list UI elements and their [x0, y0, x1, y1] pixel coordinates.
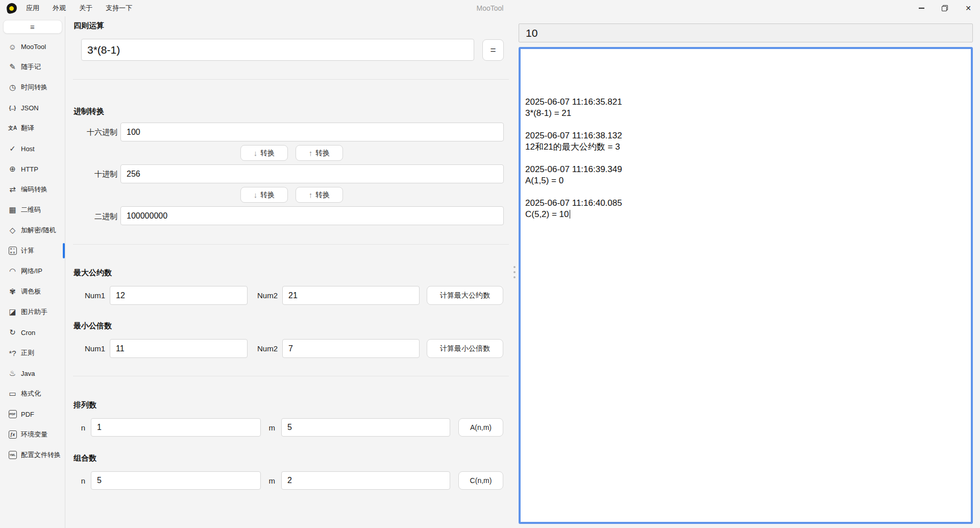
section-divider	[73, 79, 509, 80]
sidebar-item-notes[interactable]: ✎ 随手记	[0, 57, 65, 77]
sidebar-item-label: Java	[21, 370, 35, 377]
lcm-title: 最小公倍数	[74, 321, 112, 331]
lcm-num2-input[interactable]	[282, 339, 420, 358]
sidebar-item-qrcode[interactable]: ▦ 二维码	[0, 200, 65, 220]
sidebar-collapse-button[interactable]: ≡	[3, 20, 62, 34]
sidebar-item-label: 正则	[21, 348, 34, 357]
close-button[interactable]: ✕	[957, 0, 980, 16]
sidebar-item-translate[interactable]: 文A 翻译	[0, 118, 65, 138]
menu-appearance[interactable]: 外观	[52, 2, 67, 14]
sidebar-item-formatter[interactable]: ▭ 格式化	[0, 383, 65, 404]
translate-icon: 文A	[8, 125, 17, 132]
bin-input[interactable]	[120, 206, 504, 225]
pdf-file-icon: PDF	[8, 410, 17, 418]
yml-icon-glyph: YML	[9, 451, 17, 459]
convert-up-button-2[interactable]: ↑转换	[296, 187, 343, 203]
sidebar-item-mootool[interactable]: ☺ MooTool	[0, 36, 65, 57]
compute-combination-button[interactable]: C(n,m)	[458, 471, 503, 490]
sidebar: ≡ ☺ MooTool ✎ 随手记 ◷ 时间转换 {..} JSON 文A 翻译…	[0, 16, 65, 528]
fx-icon-glyph: ƒx	[9, 430, 17, 439]
sidebar-item-java[interactable]: ♨ Java	[0, 363, 65, 383]
perm-n-input[interactable]	[91, 418, 261, 437]
menu-app[interactable]: 应用	[25, 2, 40, 14]
menu-about[interactable]: 关于	[78, 2, 93, 14]
coffee-steam-icon: ♨	[8, 369, 17, 378]
log-timestamp: 2025-06-07 11:16:35.821	[525, 97, 966, 108]
lcm-num1-input[interactable]	[110, 339, 248, 358]
sidebar-item-label: 配置文件转换	[21, 450, 61, 460]
lcm-num1-label: Num1	[73, 344, 105, 353]
sidebar-item-label: 随手记	[21, 62, 41, 71]
restore-button[interactable]	[933, 0, 957, 16]
dec-input[interactable]	[120, 164, 504, 183]
sidebar-item-http[interactable]: ⊕ HTTP	[0, 159, 65, 179]
equals-button[interactable]: =	[482, 39, 504, 61]
cube-icon: ◇	[8, 226, 17, 235]
sidebar-item-label: 环境变量	[21, 430, 47, 439]
comb-m-label: m	[262, 476, 275, 485]
sidebar-item-palette[interactable]: ✾ 调色板	[0, 281, 65, 302]
yml-file-icon: YML	[8, 451, 17, 459]
menu-support[interactable]: 支持一下	[105, 2, 133, 14]
sidebar-item-config-convert[interactable]: YML 配置文件转换	[0, 445, 65, 465]
compute-gcd-button[interactable]: 计算最大公约数	[427, 286, 503, 305]
sidebar-item-image-helper[interactable]: ◪ 图片助手	[0, 302, 65, 322]
log-result: 3*(8-1) = 21	[525, 108, 966, 119]
perm-m-input[interactable]	[281, 418, 450, 437]
sidebar-item-network-ip[interactable]: ◠ 网络/IP	[0, 261, 65, 281]
calculation-log-area[interactable]: 2025-06-07 11:16:35.821 3*(8-1) = 21 202…	[519, 47, 973, 524]
pencil-icon: ✎	[8, 62, 17, 71]
hex-input[interactable]	[120, 123, 504, 141]
qrcode-icon: ▦	[8, 205, 17, 214]
panel-splitter-handle[interactable]	[511, 16, 518, 528]
convert-up-button-1[interactable]: ↑转换	[296, 145, 343, 161]
sidebar-item-time-convert[interactable]: ◷ 时间转换	[0, 77, 65, 98]
check-icon: ✓	[8, 144, 17, 153]
text-caret	[570, 210, 571, 219]
gcd-num2-input[interactable]	[282, 286, 420, 305]
compute-permutation-button[interactable]: A(n,m)	[458, 418, 503, 437]
sidebar-item-pdf[interactable]: PDF PDF	[0, 404, 65, 424]
sidebar-item-label: 编码转换	[21, 185, 47, 194]
convert-label: 转换	[260, 149, 275, 158]
convert-down-button-1[interactable]: ↓转换	[240, 145, 288, 161]
palette-icon: ✾	[8, 287, 17, 296]
sidebar-item-label: PDF	[21, 411, 34, 418]
gcd-title: 最大公约数	[74, 268, 112, 278]
regex-icon: *?	[8, 349, 17, 357]
sidebar-item-encode-convert[interactable]: ⇄ 编码转换	[0, 179, 65, 200]
base-conversion-title: 进制转换	[74, 107, 104, 116]
log-result-text: C(5,2) = 10	[525, 209, 569, 219]
convert-down-button-2[interactable]: ↓转换	[240, 187, 288, 203]
sidebar-item-label: 图片助手	[21, 307, 47, 317]
combination-title: 组合数	[74, 453, 96, 463]
sidebar-item-calculator[interactable]: + − × = 计算	[0, 241, 65, 261]
sidebar-item-crypto-random[interactable]: ◇ 加解密/随机	[0, 220, 65, 241]
log-result: A(1,5) = 0	[525, 175, 966, 186]
compute-lcm-button[interactable]: 计算最小公倍数	[427, 339, 503, 358]
log-entry: 2025-06-07 11:16:35.821 3*(8-1) = 21	[525, 97, 966, 119]
log-result: C(5,2) = 10	[525, 209, 966, 220]
expression-input[interactable]	[81, 39, 474, 61]
sidebar-item-label: Host	[21, 145, 35, 153]
comb-m-input[interactable]	[281, 471, 450, 490]
sidebar-item-regex[interactable]: *? 正则	[0, 343, 65, 363]
calculator-icon: + − × =	[8, 247, 17, 255]
sidebar-item-env-vars[interactable]: ƒx 环境变量	[0, 424, 65, 445]
sidebar-item-host[interactable]: ✓ Host	[0, 138, 65, 159]
permutation-title: 排列数	[74, 400, 96, 410]
log-timestamp: 2025-06-07 11:16:38.132	[525, 130, 966, 141]
minimize-button[interactable]	[910, 0, 933, 16]
minimize-icon	[919, 8, 924, 8]
sidebar-item-cron[interactable]: ↻ Cron	[0, 322, 65, 343]
log-entry: 2025-06-07 11:16:39.349 A(1,5) = 0	[525, 164, 966, 186]
sidebar-item-label: Cron	[21, 329, 35, 337]
hamburger-icon: ≡	[30, 22, 35, 31]
sidebar-item-json[interactable]: {..} JSON	[0, 98, 65, 118]
gcd-num1-input[interactable]	[110, 286, 248, 305]
fx-function-icon: ƒx	[8, 430, 17, 439]
result-panel: 10 2025-06-07 11:16:35.821 3*(8-1) = 21 …	[519, 16, 973, 528]
convert-label: 转换	[315, 190, 330, 200]
sidebar-item-label: MooTool	[21, 43, 46, 51]
comb-n-input[interactable]	[91, 471, 261, 490]
